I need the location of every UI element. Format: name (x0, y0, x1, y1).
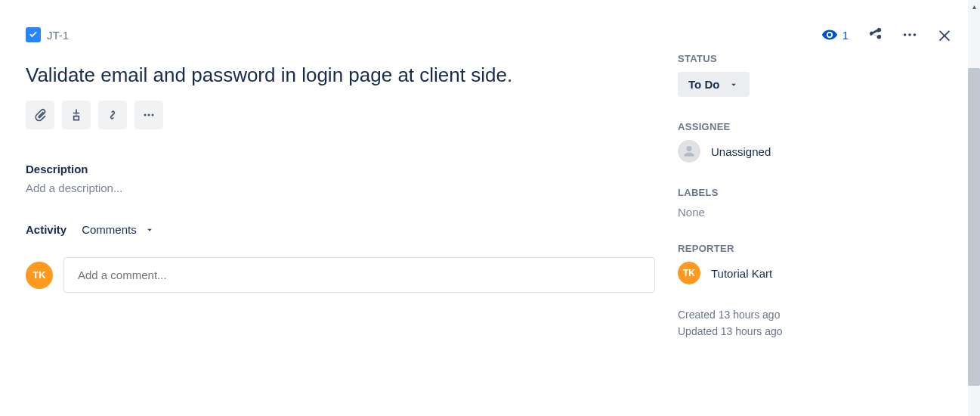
breadcrumb[interactable]: JT-1 (26, 27, 69, 42)
svg-point-5 (152, 114, 154, 116)
description-label: Description (26, 163, 655, 175)
add-child-button[interactable] (62, 101, 91, 129)
link-button[interactable] (98, 101, 127, 129)
reporter-avatar: TK (678, 262, 700, 284)
close-button[interactable] (936, 26, 953, 43)
scroll-up-arrow[interactable]: ▴ (968, 0, 980, 12)
labels-value[interactable]: None (678, 206, 957, 219)
activity-label: Activity (26, 223, 66, 236)
main-column: Validate email and password in login pag… (0, 0, 678, 416)
toolbar (26, 101, 655, 129)
chevron-down-icon (728, 79, 739, 90)
reporter-value: Tutorial Kart (711, 267, 772, 280)
assignee-label: ASSIGNEE (678, 121, 957, 132)
assignee-avatar (678, 140, 700, 163)
share-button[interactable] (867, 26, 883, 43)
svg-point-0 (904, 33, 907, 36)
issue-view-container: JT-1 1 Validate email and password in lo… (0, 0, 980, 416)
status-label: STATUS (678, 53, 957, 64)
svg-point-3 (144, 114, 147, 116)
ellipsis-icon (901, 26, 918, 43)
status-dropdown[interactable]: To Do (678, 72, 750, 97)
header-actions: 1 (821, 26, 953, 43)
labels-block: LABELS None (678, 187, 957, 219)
more-tools-button[interactable] (134, 101, 163, 129)
watch-button[interactable]: 1 (821, 26, 849, 43)
side-panel: STATUS To Do ASSIGNEE Unassigned LABELS … (678, 0, 980, 416)
watch-count: 1 (842, 29, 849, 42)
svg-point-4 (148, 114, 150, 116)
created-timestamp: Created 13 hours ago (678, 309, 957, 321)
ellipsis-icon (141, 107, 156, 123)
comment-input[interactable] (63, 257, 655, 293)
svg-point-1 (908, 33, 911, 36)
activity-filter-label: Comments (82, 223, 137, 236)
activity-row: Activity Comments (26, 223, 655, 236)
eye-icon (821, 26, 838, 43)
description-field[interactable]: Add a description... (26, 182, 655, 194)
paperclip-icon (32, 107, 48, 123)
header-row: JT-1 1 (26, 23, 953, 47)
updated-timestamp: Updated 13 hours ago (678, 325, 957, 337)
chevron-down-icon (144, 225, 155, 235)
timestamps: Created 13 hours ago Updated 13 hours ag… (678, 309, 957, 337)
labels-label: LABELS (678, 187, 957, 198)
share-icon (867, 26, 883, 43)
activity-filter-dropdown[interactable]: Comments (82, 223, 155, 236)
link-icon (105, 107, 120, 123)
attach-button[interactable] (26, 101, 54, 129)
current-user-avatar: TK (26, 262, 53, 289)
close-icon (936, 26, 953, 43)
comment-row: TK (26, 257, 655, 293)
status-block: STATUS To Do (678, 53, 957, 97)
status-value: To Do (688, 78, 719, 91)
svg-point-2 (914, 33, 917, 36)
child-issue-icon (69, 107, 84, 123)
assignee-value: Unassigned (711, 145, 771, 158)
reporter-label: REPORTER (678, 243, 957, 254)
person-icon (682, 144, 697, 159)
reporter-field[interactable]: TK Tutorial Kart (678, 262, 957, 284)
issue-title[interactable]: Validate email and password in login pag… (26, 64, 655, 87)
reporter-block: REPORTER TK Tutorial Kart (678, 243, 957, 284)
assignee-field[interactable]: Unassigned (678, 140, 957, 163)
more-actions-button[interactable] (901, 26, 918, 43)
issue-key[interactable]: JT-1 (47, 29, 69, 42)
assignee-block: ASSIGNEE Unassigned (678, 121, 957, 163)
issue-type-icon (26, 27, 41, 42)
scrollbar-thumb[interactable] (968, 68, 980, 386)
